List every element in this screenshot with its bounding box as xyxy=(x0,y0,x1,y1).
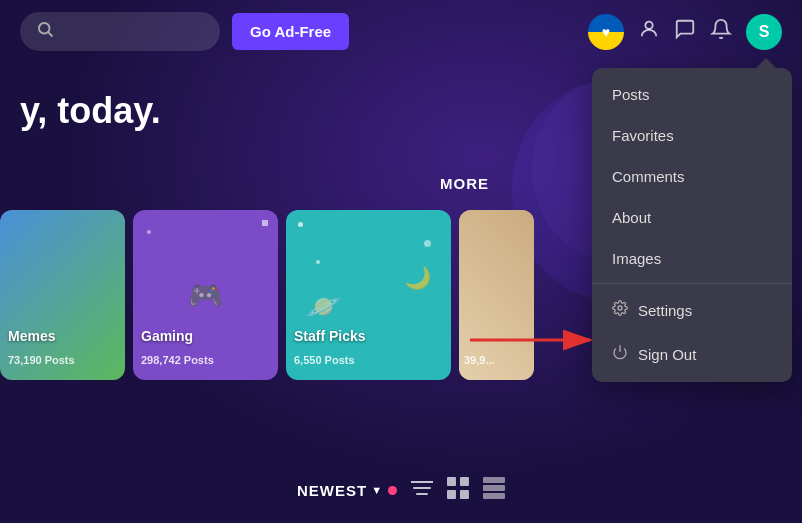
svg-line-3 xyxy=(48,32,52,36)
menu-item-label: Settings xyxy=(638,302,692,319)
svg-rect-8 xyxy=(447,477,456,486)
menu-divider xyxy=(592,283,792,284)
card-label: Gaming xyxy=(141,328,193,344)
power-icon xyxy=(612,344,628,364)
svg-rect-13 xyxy=(483,485,505,491)
star-dot xyxy=(298,222,303,227)
menu-item-label: About xyxy=(612,209,651,226)
card-label: Memes xyxy=(8,328,55,344)
messages-icon[interactable] xyxy=(674,18,696,46)
svg-rect-10 xyxy=(447,490,456,499)
menu-item-about[interactable]: About xyxy=(592,197,792,238)
grid-view-icon[interactable] xyxy=(447,477,469,503)
star-dot xyxy=(424,240,431,247)
svg-rect-9 xyxy=(460,477,469,486)
menu-item-signout[interactable]: Sign Out xyxy=(592,332,792,376)
svg-rect-14 xyxy=(483,493,505,499)
hero-text: y, today. xyxy=(20,90,161,132)
notifications-icon[interactable] xyxy=(710,18,732,46)
menu-item-label: Comments xyxy=(612,168,685,185)
menu-item-settings[interactable]: Settings xyxy=(592,288,792,332)
settings-icon xyxy=(612,300,628,320)
search-bar[interactable] xyxy=(20,12,220,51)
filter-lines-icon[interactable] xyxy=(411,480,433,500)
sort-chevron-icon: ▼ xyxy=(371,484,382,496)
list-view-icon[interactable] xyxy=(483,477,505,503)
ukraine-support-badge[interactable]: ♥ xyxy=(588,14,624,50)
svg-point-2 xyxy=(39,23,50,34)
user-dropdown-menu: Posts Favorites Comments About Images Se… xyxy=(592,68,792,382)
cards-container: Memes 73,190 Posts 🎮 Gaming 298,742 Post… xyxy=(0,210,600,380)
gaming-card[interactable]: 🎮 Gaming 298,742 Posts xyxy=(133,210,278,380)
user-avatar[interactable]: S xyxy=(746,14,782,50)
menu-item-label: Sign Out xyxy=(638,346,696,363)
star-dot xyxy=(316,260,320,264)
search-icon xyxy=(36,20,54,43)
card-count: 39,9... xyxy=(464,354,495,366)
svg-point-4 xyxy=(645,21,652,28)
heart-icon: ♥ xyxy=(602,24,610,40)
header-icons: ♥ S xyxy=(588,14,782,50)
card-label: Staff Picks xyxy=(294,328,366,344)
svg-rect-12 xyxy=(483,477,505,483)
more-label: MORE xyxy=(440,175,489,192)
sort-label: NEWEST xyxy=(297,482,367,499)
bottom-bar: NEWEST ▼ xyxy=(297,477,505,503)
menu-item-images[interactable]: Images xyxy=(592,238,792,279)
go-ad-free-button[interactable]: Go Ad-Free xyxy=(232,13,349,50)
menu-item-comments[interactable]: Comments xyxy=(592,156,792,197)
menu-item-posts[interactable]: Posts xyxy=(592,74,792,115)
svg-rect-11 xyxy=(460,490,469,499)
decoration-dot xyxy=(147,230,151,234)
planet-decoration: 🪐 xyxy=(306,290,341,323)
fourth-card[interactable]: 39,9... xyxy=(459,210,534,380)
sort-selector[interactable]: NEWEST ▼ xyxy=(297,482,397,499)
decoration-dot xyxy=(262,220,268,226)
header: Go Ad-Free ♥ S xyxy=(0,0,802,63)
card-count: 6,550 Posts xyxy=(294,354,355,366)
memes-card[interactable]: Memes 73,190 Posts xyxy=(0,210,125,380)
card-count: 73,190 Posts xyxy=(8,354,75,366)
card-count: 298,742 Posts xyxy=(141,354,214,366)
menu-item-label: Images xyxy=(612,250,661,267)
moon-decoration: 🌙 xyxy=(404,265,431,291)
menu-item-label: Favorites xyxy=(612,127,674,144)
sort-dot xyxy=(388,486,397,495)
menu-item-favorites[interactable]: Favorites xyxy=(592,115,792,156)
profile-icon[interactable] xyxy=(638,18,660,46)
staffpicks-card[interactable]: 🌙 🪐 Staff Picks 6,550 Posts xyxy=(286,210,451,380)
menu-item-label: Posts xyxy=(612,86,650,103)
